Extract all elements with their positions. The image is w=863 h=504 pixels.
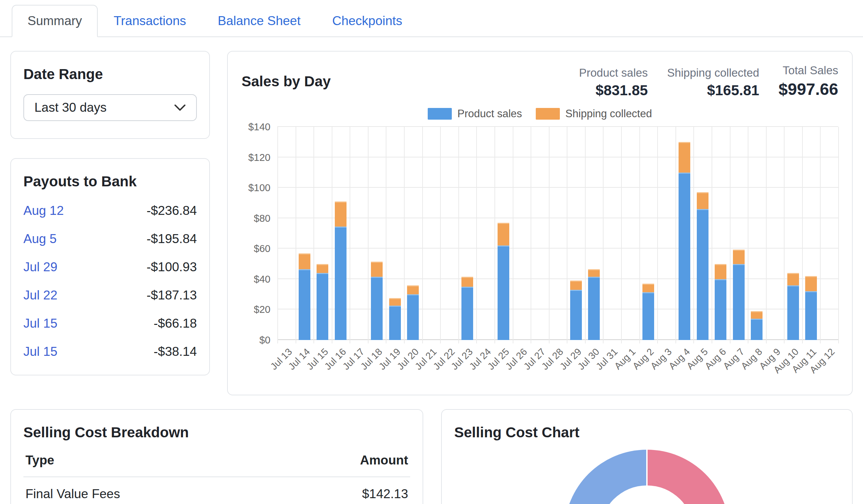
- stat-value: $997.66: [778, 80, 838, 99]
- product-sales-segment[interactable]: [751, 319, 763, 340]
- payout-amount: -$195.84: [147, 232, 197, 246]
- bar-group-aug-11[interactable]: [805, 276, 817, 340]
- x-gridline: [350, 127, 350, 343]
- payout-row: Jul 22 -$187.13: [23, 288, 197, 303]
- tab-checkpoints[interactable]: Checkpoints: [316, 5, 418, 37]
- x-axis-tick-label: Aug 6: [703, 346, 728, 372]
- stat-shipping-collected: Shipping collected $165.81: [667, 66, 759, 99]
- legend-item-product-sales: Product sales: [428, 108, 522, 120]
- bar-group-jul-19[interactable]: [389, 298, 401, 340]
- bar-group-aug-10[interactable]: [787, 273, 799, 340]
- x-gridline: [748, 127, 748, 343]
- bar-group-jul-20[interactable]: [407, 285, 419, 340]
- cost-type: Final Value Fees: [23, 477, 276, 504]
- x-gridline: [458, 127, 459, 343]
- shipping-collected-segment[interactable]: [570, 281, 582, 290]
- shipping-collected-segment[interactable]: [389, 298, 401, 306]
- shipping-collected-segment[interactable]: [299, 253, 310, 270]
- bar-group-jul-29[interactable]: [570, 281, 582, 340]
- shipping-collected-segment[interactable]: [679, 142, 690, 173]
- tab-balance-sheet[interactable]: Balance Sheet: [202, 5, 317, 37]
- bar-group-aug-5[interactable]: [697, 192, 708, 340]
- product-sales-segment[interactable]: [697, 209, 708, 340]
- product-sales-segment[interactable]: [787, 285, 799, 340]
- shipping-collected-segment[interactable]: [371, 262, 383, 277]
- x-gridline: [296, 127, 296, 343]
- cost-amount: $142.13: [276, 477, 410, 504]
- bar-group-jul-30[interactable]: [588, 269, 600, 340]
- product-sales-segment[interactable]: [317, 273, 328, 340]
- payout-date-link[interactable]: Aug 12: [23, 204, 64, 218]
- product-sales-segment[interactable]: [570, 290, 582, 340]
- payout-row: Aug 5 -$195.84: [23, 232, 197, 246]
- shipping-collected-segment[interactable]: [697, 192, 708, 209]
- shipping-collected-segment[interactable]: [787, 273, 799, 285]
- legend-label: Product sales: [457, 108, 522, 120]
- x-gridline: [675, 127, 676, 343]
- bar-group-jul-25[interactable]: [498, 223, 509, 340]
- page-content: Date Range Last 30 days Payouts to Bank …: [0, 37, 863, 504]
- bar-group-jul-15[interactable]: [317, 264, 328, 340]
- date-range-title: Date Range: [23, 66, 197, 83]
- payout-date-link[interactable]: Jul 22: [23, 288, 57, 303]
- y-gridline: [277, 157, 838, 157]
- product-sales-segment[interactable]: [733, 264, 745, 340]
- shipping-collected-segment[interactable]: [642, 284, 654, 292]
- x-gridline: [712, 127, 712, 343]
- shipping-collected-segment[interactable]: [498, 223, 509, 245]
- shipping-collected-segment[interactable]: [588, 269, 600, 277]
- bar-group-jul-14[interactable]: [299, 253, 310, 340]
- x-gridline: [820, 127, 821, 343]
- bar-group-aug-7[interactable]: [733, 250, 745, 340]
- x-gridline: [730, 127, 731, 343]
- date-range-card: Date Range Last 30 days: [10, 51, 210, 139]
- product-sales-segment[interactable]: [461, 287, 473, 340]
- payout-date-link[interactable]: Jul 29: [23, 260, 57, 274]
- shipping-collected-segment[interactable]: [715, 264, 726, 279]
- x-gridline: [802, 127, 803, 343]
- bar-group-aug-2[interactable]: [642, 284, 654, 340]
- product-sales-segment[interactable]: [498, 245, 509, 340]
- payout-date-link[interactable]: Aug 5: [23, 232, 57, 246]
- date-range-select[interactable]: Last 30 days: [23, 94, 197, 121]
- product-sales-segment[interactable]: [805, 291, 817, 340]
- bar-group-aug-4[interactable]: [679, 142, 690, 340]
- product-sales-segment[interactable]: [715, 279, 726, 340]
- product-sales-segment[interactable]: [642, 292, 654, 340]
- product-sales-segment[interactable]: [371, 277, 383, 340]
- product-sales-segment[interactable]: [679, 173, 690, 340]
- x-gridline: [313, 127, 314, 343]
- shipping-collected-segment[interactable]: [335, 201, 347, 227]
- payout-date-link[interactable]: Jul 15: [23, 316, 57, 331]
- legend-swatch-orange: [536, 108, 560, 120]
- col-header-type: Type: [23, 453, 276, 477]
- selling-cost-chart-card: Selling Cost Chart: [441, 409, 853, 504]
- shipping-collected-segment[interactable]: [751, 311, 763, 319]
- bar-group-jul-23[interactable]: [461, 277, 473, 340]
- shipping-collected-segment[interactable]: [733, 250, 745, 264]
- bar-group-jul-18[interactable]: [371, 262, 383, 340]
- product-sales-segment[interactable]: [588, 277, 600, 340]
- shipping-collected-segment[interactable]: [317, 264, 328, 273]
- product-sales-segment[interactable]: [389, 306, 401, 340]
- shipping-collected-segment[interactable]: [461, 277, 473, 287]
- payout-amount: -$236.84: [147, 204, 197, 218]
- bar-group-aug-6[interactable]: [715, 264, 726, 340]
- y-gridline: [277, 278, 838, 279]
- product-sales-segment[interactable]: [335, 227, 347, 340]
- tab-summary[interactable]: Summary: [12, 5, 98, 37]
- payout-date-link[interactable]: Jul 15: [23, 344, 57, 359]
- shipping-collected-segment[interactable]: [805, 276, 817, 291]
- shipping-collected-segment[interactable]: [407, 285, 419, 295]
- y-gridline: [277, 218, 838, 218]
- product-sales-segment[interactable]: [407, 294, 419, 340]
- bar-group-aug-8[interactable]: [751, 311, 763, 340]
- bar-group-jul-16[interactable]: [335, 201, 347, 340]
- tab-transactions[interactable]: Transactions: [98, 5, 202, 37]
- stat-total-sales: Total Sales $997.66: [778, 64, 838, 99]
- product-sales-segment[interactable]: [299, 269, 310, 340]
- selling-cost-donut[interactable]: [564, 450, 729, 504]
- left-column: Date Range Last 30 days Payouts to Bank …: [10, 51, 210, 375]
- chart-legend: Product sales Shipping collected: [242, 108, 838, 120]
- y-gridline: [277, 187, 838, 188]
